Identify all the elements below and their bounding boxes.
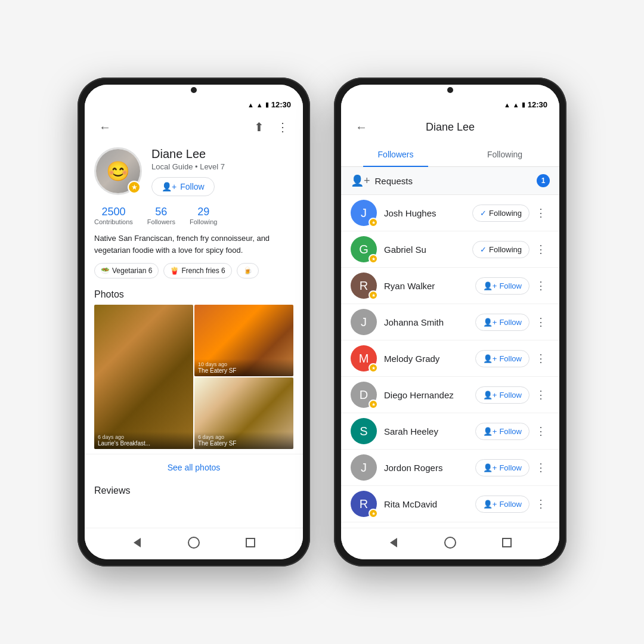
status-bar-2: ▲ ▲ ▮ 12:30 xyxy=(341,95,559,112)
see-all-photos-button[interactable]: See all photos xyxy=(85,454,303,481)
followers-label: Followers xyxy=(147,218,175,225)
page-title-2: Diane Lee xyxy=(426,121,475,134)
follower-item-6: S Sarah Heeley 👤+ Follow ⋮ xyxy=(341,413,559,450)
back-triangle-icon-2 xyxy=(390,538,397,547)
follower-item-4: M ★ Melody Grady 👤+ Follow ⋮ xyxy=(341,340,559,377)
tab-followers[interactable]: Followers xyxy=(341,143,450,166)
status-time-2: 12:30 xyxy=(528,100,547,109)
phone-2: ▲ ▲ ▮ 12:30 ← Diane Lee Followers xyxy=(334,78,566,566)
contributions-number: 2500 xyxy=(101,206,125,218)
more-button-1[interactable]: ⋮ xyxy=(272,116,293,138)
phone-2-shell: ▲ ▲ ▮ 12:30 ← Diane Lee Followers xyxy=(334,78,566,566)
camera-dot-2 xyxy=(447,87,453,93)
follow-button-7[interactable]: 👤+ Follow xyxy=(475,459,530,476)
more-btn-3[interactable]: ⋮ xyxy=(532,313,550,331)
follower-name-4: Melody Grady xyxy=(384,354,475,364)
follower-item-0: J ★ Josh Hughes ✓ Following ⋮ xyxy=(341,195,559,231)
avatar-badge-5: ★ xyxy=(369,400,378,409)
bio-text: Native San Franciscan, french fry connoi… xyxy=(85,233,303,263)
signal-icon: ▲ xyxy=(256,101,263,109)
followers-number: 56 xyxy=(155,206,167,218)
requests-icon: 👤+ xyxy=(351,174,370,187)
following-button-1[interactable]: ✓ Following xyxy=(472,241,530,258)
follower-item-7: J Jordon Rogers 👤+ Follow ⋮ xyxy=(341,450,559,486)
nav-recents-2[interactable] xyxy=(500,535,514,550)
back-arrow-icon-1: ← xyxy=(99,120,111,134)
photo-item-2[interactable]: 6 days ago The Eatery SF xyxy=(194,377,293,449)
more-btn-5[interactable]: ⋮ xyxy=(532,386,550,404)
follower-name-8: Rita McDavid xyxy=(384,499,475,509)
tabs-row: Followers Following xyxy=(341,143,559,167)
back-arrow-icon-2: ← xyxy=(355,120,367,134)
tab-following[interactable]: Following xyxy=(450,143,559,166)
photo-item-0[interactable]: 6 days ago Laurie's Breakfast... xyxy=(94,305,193,449)
recents-square-icon-2 xyxy=(502,538,512,547)
more-btn-4[interactable]: ⋮ xyxy=(532,349,550,367)
follower-name-5: Diego Hernandez xyxy=(384,390,475,400)
avatar-badge-0: ★ xyxy=(369,218,378,227)
tag-label-1: French fries 6 xyxy=(181,267,225,275)
stat-contributions[interactable]: 2500 Contributions xyxy=(94,206,133,225)
phone-2-screen: ▲ ▲ ▮ 12:30 ← Diane Lee Followers xyxy=(341,85,559,559)
tag-drink[interactable]: 🍺 xyxy=(237,263,259,278)
avatar-badge-8: ★ xyxy=(369,509,378,518)
follower-avatar-8: R ★ xyxy=(351,491,377,517)
requests-row[interactable]: 👤+ Requests 1 xyxy=(341,167,559,195)
avatar-badge-2: ★ xyxy=(369,290,378,300)
follower-item-3: J Johanna Smith 👤+ Follow ⋮ xyxy=(341,304,559,340)
follow-button-6[interactable]: 👤+ Follow xyxy=(475,423,530,440)
status-time-1: 12:30 xyxy=(271,100,291,109)
more-btn-6[interactable]: ⋮ xyxy=(532,422,550,440)
follow-button-4[interactable]: 👤+ Follow xyxy=(475,350,530,367)
back-button-1[interactable]: ← xyxy=(94,116,116,138)
person-add-icon-5: 👤+ xyxy=(483,391,497,400)
nav-recents-1[interactable] xyxy=(243,535,258,550)
more-btn-7[interactable]: ⋮ xyxy=(532,459,550,476)
tag-fries[interactable]: 🍟 French fries 6 xyxy=(163,263,231,278)
status-icons-1: ▲ ▲ ▮ 12:30 xyxy=(247,100,291,109)
nav-back-1[interactable] xyxy=(130,535,144,550)
star-badge: ★ xyxy=(128,181,141,194)
tag-vegetarian[interactable]: 🥗 Vegetarian 6 xyxy=(94,263,159,278)
avatar-badge-4: ★ xyxy=(369,363,378,373)
requests-badge: 1 xyxy=(537,174,550,187)
following-label: Following xyxy=(190,218,217,225)
follower-avatar-0: J ★ xyxy=(351,200,377,226)
following-button-0[interactable]: ✓ Following xyxy=(472,205,530,222)
follower-item-5: D ★ Diego Hernandez 👤+ Follow ⋮ xyxy=(341,377,559,413)
avatar-circle-6: S xyxy=(351,418,377,444)
contributions-label: Contributions xyxy=(94,218,133,225)
more-btn-8[interactable]: ⋮ xyxy=(532,495,550,513)
follower-name-0: Josh Hughes xyxy=(384,208,472,218)
more-btn-1[interactable]: ⋮ xyxy=(532,240,550,258)
follower-name-3: Johanna Smith xyxy=(384,317,475,327)
stat-following[interactable]: 29 Following xyxy=(190,206,217,225)
tag-emoji-1: 🍟 xyxy=(170,267,179,275)
follow-button-8[interactable]: 👤+ Follow xyxy=(475,496,530,513)
person-add-icon-7: 👤+ xyxy=(483,463,497,472)
back-button-2[interactable]: ← xyxy=(351,116,372,138)
photos-section-title: Photos xyxy=(85,287,303,305)
person-add-icon: 👤+ xyxy=(162,182,177,191)
camera-bar-2 xyxy=(341,85,559,95)
follower-name-7: Jordon Rogers xyxy=(384,463,475,473)
home-circle-icon-2 xyxy=(444,537,456,549)
follow-button-2[interactable]: 👤+ Follow xyxy=(475,277,530,295)
nav-home-1[interactable] xyxy=(187,535,201,550)
more-btn-2[interactable]: ⋮ xyxy=(532,277,550,295)
share-button-1[interactable]: ⬆ xyxy=(248,116,270,138)
more-btn-0[interactable]: ⋮ xyxy=(532,204,550,222)
follow-button[interactable]: 👤+ Follow xyxy=(151,177,215,196)
follow-button-5[interactable]: 👤+ Follow xyxy=(475,386,530,404)
signal-icon-2: ▲ xyxy=(513,101,519,109)
follower-avatar-3: J xyxy=(351,309,377,335)
nav-back-2[interactable] xyxy=(386,535,401,550)
person-add-icon-6: 👤+ xyxy=(483,427,497,436)
nav-home-2[interactable] xyxy=(443,535,457,550)
camera-dot-1 xyxy=(191,87,197,93)
person-add-icon-4: 👤+ xyxy=(483,354,497,363)
follow-button-3[interactable]: 👤+ Follow xyxy=(475,314,530,331)
photo-item-1[interactable]: 10 days ago The Eatery SF xyxy=(194,305,293,376)
share-icon-1: ⬆ xyxy=(254,120,264,134)
stat-followers[interactable]: 56 Followers xyxy=(147,206,175,225)
